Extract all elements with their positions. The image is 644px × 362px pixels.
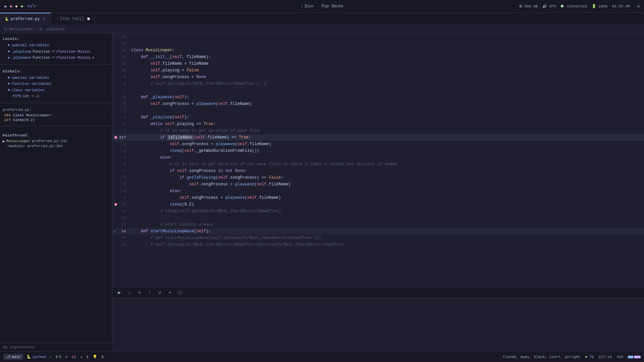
tab-close-preferred[interactable]: ✕ bbox=[42, 16, 46, 21]
code-line: 3 else: bbox=[112, 154, 644, 161]
global-special-vars[interactable]: ▶ special variables bbox=[3, 75, 109, 81]
code-line: 7 self.songProcess = playwave(self.fileN… bbox=[112, 181, 644, 188]
pref-line-227[interactable]: 227 sleep(0.2) bbox=[3, 118, 109, 122]
storage-icon: 🖥 bbox=[519, 4, 522, 8]
storage-info: 🖥 508 GB bbox=[519, 4, 538, 8]
code-editor[interactable]: 15 14 13 class MusicLooper: 12 def __ini… bbox=[112, 34, 644, 287]
preferred-title: preferred.py: bbox=[3, 108, 109, 112]
local-special-vars[interactable]: ▶ special variables bbox=[3, 42, 109, 49]
green-label: 5 bbox=[59, 355, 61, 359]
code-line: 11 # sleep(self.optionalForMp3s_CheckRes… bbox=[112, 208, 644, 215]
wifi-status: Connected bbox=[561, 4, 587, 8]
code-line: 1 # it is easy to get duration of wave f… bbox=[112, 127, 644, 134]
code-line: 11 self.fileName = fileName bbox=[112, 60, 644, 67]
code-icon: </> bbox=[28, 4, 36, 9]
code-line: 5 if self.songProcess is not None: bbox=[112, 168, 644, 174]
stop-button[interactable]: □ bbox=[176, 289, 183, 296]
warning-icon: ⚠ bbox=[80, 355, 83, 359]
volume-icon: 🔊 bbox=[542, 4, 547, 8]
code-line: 9 self.songProcess = None bbox=[112, 74, 644, 80]
main-area: Locals: ▶ special variables ▶ _playloop … bbox=[0, 34, 644, 351]
code-line: 5 self.songProcess = playwave(self.fileN… bbox=[112, 101, 644, 107]
close-icon[interactable]: ● bbox=[9, 4, 12, 9]
code-line: 13 # start looping a wave bbox=[112, 221, 644, 228]
code-lines: 15 14 13 class MusicLooper: 12 def __ini… bbox=[112, 34, 644, 248]
step-into-button[interactable]: ↓ bbox=[126, 289, 133, 296]
code-line: 12 bbox=[112, 215, 644, 221]
tab-bar: 🐍 preferred.py ✕ ⬚ [dap-repl] bbox=[0, 13, 644, 25]
code-line: 3 def _playloop(self): bbox=[112, 114, 644, 121]
stack-frame-module[interactable]: <module> preferred.py:204 bbox=[3, 144, 109, 148]
close-button[interactable]: ✕ bbox=[637, 3, 640, 9]
warning-count2: 3 bbox=[101, 355, 104, 359]
progress-bar bbox=[628, 356, 641, 358]
term-icon: ⬚ bbox=[56, 17, 58, 21]
zoom-level: 42% bbox=[616, 355, 623, 359]
code-line: 6 def _playwave(self): bbox=[112, 94, 644, 101]
continue-button[interactable]: ▶ bbox=[116, 289, 123, 296]
title-bar-right: 🖥 508 GB 🔊 67% Connected 🔋 100% 01:35 AM… bbox=[519, 3, 640, 9]
minimize-icon[interactable]: ● bbox=[15, 4, 18, 9]
breadcrumb-class[interactable]: MusicLooper bbox=[9, 27, 34, 31]
code-line: 1 self.songProcess = playwave(self.fileN… bbox=[112, 141, 644, 147]
code-line-current: 217 if isFileAWav(self.fileName) == True… bbox=[112, 134, 644, 141]
right-bottom-panel bbox=[112, 298, 644, 351]
func-icon: ⬡ bbox=[40, 27, 43, 31]
breadcrumb-icon: ⬡ bbox=[4, 27, 7, 31]
code-line: 12 def __init__(self, fileName): bbox=[112, 54, 644, 60]
red-count: 13 bbox=[71, 355, 76, 359]
step-over-button[interactable]: ↻ bbox=[136, 289, 143, 296]
green-count: 5 bbox=[56, 355, 58, 359]
code-panel: 15 14 13 class MusicLooper: 12 def __ini… bbox=[112, 34, 644, 351]
code-line: 16 # self.optionalForMp3s_CheckRestartHo… bbox=[112, 241, 644, 248]
preferred-section: preferred.py: 204 class MusicLooper: 227… bbox=[0, 106, 112, 124]
error-icon: ✗ bbox=[65, 355, 68, 359]
code-line: 10 sleep(0.2) bbox=[112, 201, 644, 208]
tab-label: preferred.py bbox=[11, 17, 40, 21]
left-panel: Locals: ▶ special variables ▶ _playloop … bbox=[0, 34, 112, 351]
code-line: 9 self.songProcess = playwave(self.fileN… bbox=[112, 194, 644, 201]
tab-dap-repl[interactable]: ⬚ [dap-repl] bbox=[51, 13, 95, 25]
lamp-icon: 💡 bbox=[93, 355, 97, 359]
step-out-button[interactable]: ↑ bbox=[146, 289, 153, 296]
stack-frame-musiclooper[interactable]: ▶ MusicLooper preferred.py:231 bbox=[3, 139, 109, 144]
local-playloop[interactable]: ▶ _playloop function = <function MusicL bbox=[3, 49, 109, 55]
status-bar: ⎇ main 🐍 python ✓ 5 5 ✗ 13 ⚠ 1 💡 3 flake… bbox=[0, 351, 644, 362]
breadcrumb-sep: > bbox=[36, 27, 38, 31]
code-line: 7 bbox=[112, 87, 644, 94]
ts-indicator: ● TS bbox=[585, 355, 594, 359]
restart-button[interactable]: ↺ bbox=[156, 289, 163, 296]
python-status[interactable]: 🐍 python bbox=[26, 355, 46, 359]
error-check-icon: ✓ bbox=[49, 355, 52, 359]
debug-controls: ▶ ↓ ↻ ↑ ↺ ↺ □ bbox=[112, 287, 644, 298]
status-right: flake8, mypy, black, isort, pyright ● TS… bbox=[503, 355, 641, 359]
local-playwave[interactable]: ▶ _playwave function = <function MusicL … bbox=[3, 55, 109, 61]
code-line-arrow: → 14 def startMusicLoopWave(self): bbox=[112, 228, 644, 235]
reverse-button[interactable]: ↺ bbox=[166, 289, 173, 296]
code-line: 2 sleep(self._getWavDurationFromFile()) bbox=[112, 147, 644, 154]
no-expressions-label: No Expressions bbox=[3, 345, 34, 349]
breadcrumb-func[interactable]: _playloop bbox=[45, 27, 64, 31]
globals-section: Globals: ▶ special variables ▶ function … bbox=[0, 66, 112, 102]
warning-count1: 1 bbox=[86, 355, 89, 359]
git-branch[interactable]: ⎇ main bbox=[3, 354, 23, 360]
code-line: 6 if getIsPlaying(self.songProcess) == F… bbox=[112, 174, 644, 181]
code-line: 4 # it is hard to get duration of non wa… bbox=[112, 161, 644, 168]
title-bar-center: ♪ Dior - Pop Smoke bbox=[301, 4, 343, 9]
status-left: ⎇ main 🐍 python ✓ 5 5 ✗ 13 ⚠ 1 💡 3 bbox=[3, 354, 104, 360]
global-func-vars[interactable]: ▶ function variables bbox=[3, 81, 109, 87]
locals-title: Locals: bbox=[3, 36, 109, 42]
now-playing: Dior - Pop Smoke bbox=[305, 4, 343, 9]
cursor-position: 217:16 bbox=[599, 355, 612, 359]
globals-title: Globals: bbox=[3, 68, 109, 75]
global-pipe: PIPE int = -1 bbox=[3, 93, 109, 100]
branch-icon: ⎇ bbox=[6, 355, 10, 359]
code-line: 14 bbox=[112, 40, 644, 47]
app-icon: ◈ bbox=[4, 3, 7, 9]
error-counts: ✓ 5 5 ✗ 13 ⚠ 1 💡 3 bbox=[49, 355, 104, 359]
tab-preferred[interactable]: 🐍 preferred.py ✕ bbox=[0, 13, 51, 25]
global-class-vars[interactable]: ▶ class variables bbox=[3, 87, 109, 94]
call-stack-title: MainThread: bbox=[3, 132, 109, 139]
maximize-icon[interactable]: ● bbox=[20, 4, 23, 9]
pref-line-204[interactable]: 204 class MusicLooper: bbox=[3, 113, 109, 118]
